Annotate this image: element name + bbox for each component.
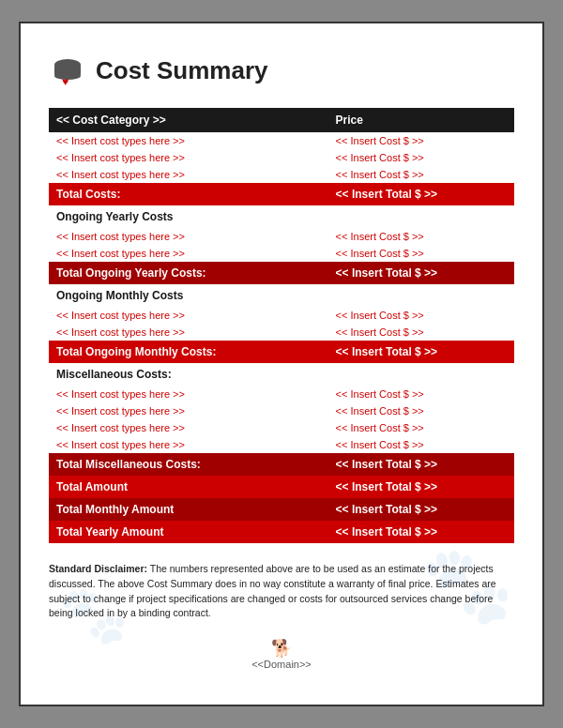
disclaimer-text: Standard Disclaimer: The numbers represe… [49,562,514,621]
total-misc-value: << Insert Total $ >> [328,453,514,476]
total-monthly-value: << Insert Total $ >> [328,341,514,363]
cost-item-price: << Insert Cost $ >> [328,245,514,262]
cost-item-price: << Insert Cost $ >> [328,166,514,183]
summary-total-label: Total Amount [49,476,328,498]
cost-item-price: << Insert Cost $ >> [328,324,514,341]
cost-table: << Cost Category >> Price << Insert cost… [49,108,514,543]
summary-monthly-value: << Insert Total $ >> [328,498,514,521]
page-header: ♥ Cost Summary [49,52,514,89]
total-yearly-row: Total Ongoing Yearly Costs: << Insert To… [49,262,514,284]
total-costs-value: << Insert Total $ >> [328,183,514,205]
total-misc-label: Total Miscellaneous Costs: [49,453,328,476]
section-header-monthly: Ongoing Monthly Costs [49,284,514,307]
table-row: << Insert cost types here >> << Insert C… [49,132,514,149]
cost-item-label: << Insert cost types here >> [49,132,328,149]
col2-header: Price [328,108,514,132]
disclaimer-bold: Standard Disclaimer: [49,563,147,574]
footer: 🐕 <<Domain>> [49,638,514,670]
footer-label: <<Domain>> [49,659,514,670]
svg-text:♥: ♥ [62,75,68,88]
summary-yearly-label: Total Yearly Amount [49,521,328,543]
section-header-misc: Miscellaneous Costs: [49,363,514,386]
table-row: << Insert cost types here >> << Insert C… [49,245,514,262]
total-costs-row: Total Costs: << Insert Total $ >> [49,183,514,205]
cost-item-price: << Insert Cost $ >> [328,402,514,419]
cost-item-price: << Insert Cost $ >> [328,307,514,324]
summary-monthly-row: Total Monthly Amount << Insert Total $ >… [49,498,514,521]
section-header-yearly: Ongoing Yearly Costs [49,205,514,228]
cost-item-price: << Insert Cost $ >> [328,436,514,453]
cost-item-price: << Insert Cost $ >> [328,132,514,149]
cost-item-price: << Insert Cost $ >> [328,228,514,245]
total-costs-label: Total Costs: [49,183,328,205]
cost-item-price: << Insert Cost $ >> [328,386,514,402]
total-misc-row: Total Miscellaneous Costs: << Insert Tot… [49,453,514,476]
section-label-monthly: Ongoing Monthly Costs [49,284,514,307]
table-row: << Insert cost types here >> << Insert C… [49,402,514,419]
summary-total-value: << Insert Total $ >> [328,476,514,498]
cost-item-label: << Insert cost types here >> [49,402,328,419]
cost-item-label: << Insert cost types here >> [49,149,328,166]
footer-icon: 🐕 [49,638,514,659]
summary-yearly-value: << Insert Total $ >> [328,521,514,543]
cost-item-label: << Insert cost types here >> [49,324,328,341]
table-row: << Insert cost types here >> << Insert C… [49,166,514,183]
cost-item-price: << Insert Cost $ >> [328,419,514,436]
page-title: Cost Summary [96,56,268,85]
page: 🐾 🐾 ♥ Cost Summary << Cost Category >> P… [19,22,544,706]
summary-yearly-row: Total Yearly Amount << Insert Total $ >> [49,521,514,543]
total-yearly-label: Total Ongoing Yearly Costs: [49,262,328,284]
total-monthly-label: Total Ongoing Monthly Costs: [49,341,328,363]
cost-item-label: << Insert cost types here >> [49,419,328,436]
section-label-misc: Miscellaneous Costs: [49,363,514,386]
logo-icon: ♥ [49,52,86,89]
total-monthly-row: Total Ongoing Monthly Costs: << Insert T… [49,341,514,363]
section-label-yearly: Ongoing Yearly Costs [49,205,514,228]
cost-item-label: << Insert cost types here >> [49,307,328,324]
table-row: << Insert cost types here >> << Insert C… [49,386,514,402]
summary-total-amount-row: Total Amount << Insert Total $ >> [49,476,514,498]
cost-item-label: << Insert cost types here >> [49,386,328,402]
total-yearly-value: << Insert Total $ >> [328,262,514,284]
col1-header: << Cost Category >> [49,108,328,132]
cost-item-label: << Insert cost types here >> [49,245,328,262]
cost-item-label: << Insert cost types here >> [49,166,328,183]
table-header-row: << Cost Category >> Price [49,108,514,132]
summary-monthly-label: Total Monthly Amount [49,498,328,521]
table-row: << Insert cost types here >> << Insert C… [49,149,514,166]
table-row: << Insert cost types here >> << Insert C… [49,324,514,341]
table-row: << Insert cost types here >> << Insert C… [49,436,514,453]
cost-item-price: << Insert Cost $ >> [328,149,514,166]
cost-item-label: << Insert cost types here >> [49,228,328,245]
table-row: << Insert cost types here >> << Insert C… [49,307,514,324]
table-row: << Insert cost types here >> << Insert C… [49,228,514,245]
table-row: << Insert cost types here >> << Insert C… [49,419,514,436]
cost-item-label: << Insert cost types here >> [49,436,328,453]
